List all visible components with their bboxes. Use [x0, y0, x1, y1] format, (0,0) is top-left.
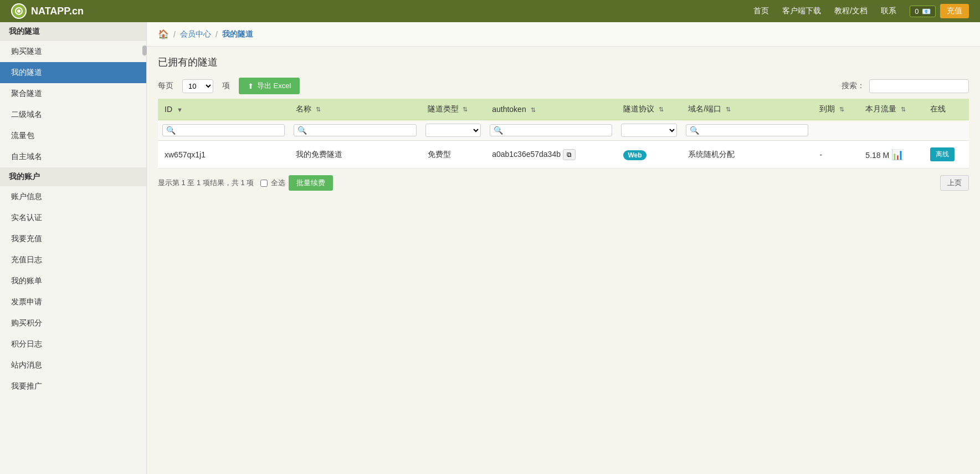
filter-id: 🔍 [158, 120, 289, 141]
filter-input-name[interactable] [307, 126, 412, 134]
table-row: xw657qx1j1 我的免费隧道 免费型 a0ab1c36e57da34b ⧉… [158, 141, 969, 169]
cell-type: 免费型 [421, 141, 486, 169]
sidebar-item-my-tunnel-label: 我的隧道 [11, 68, 42, 77]
select-all-wrap: 全选 批量续费 [260, 175, 333, 191]
breadcrumb-sep2: / [216, 30, 218, 39]
filter-input-id[interactable] [176, 126, 281, 134]
sort-icon-traffic: ⇅ [901, 106, 906, 113]
sidebar-item-points-log-label: 积分日志 [11, 339, 42, 348]
col-traffic-label: 本月流量 [865, 104, 896, 113]
breadcrumb-member-center[interactable]: 会员中心 [180, 29, 211, 39]
col-authtoken-label: authtoken [492, 105, 526, 114]
per-page-label: 每页 [158, 81, 173, 91]
sidebar-item-buy-tunnel[interactable]: 购买隧道 [0, 41, 146, 62]
col-protocol[interactable]: 隧道协议 ⇅ [617, 99, 681, 120]
col-name[interactable]: 名称 ⇅ [289, 99, 420, 120]
authtoken-value: a0ab1c36e57da34b [492, 150, 561, 159]
sidebar-item-recharge[interactable]: 我要充值 [0, 228, 146, 249]
sort-icon-expire: ⇅ [839, 106, 844, 113]
sidebar-item-custom-domain[interactable]: 自主域名 [0, 146, 146, 167]
sort-icon-authtoken: ⇅ [531, 106, 536, 113]
filter-select-type[interactable]: 免费型 [425, 124, 481, 137]
filter-input-authtoken[interactable] [503, 126, 608, 134]
sidebar-item-messages[interactable]: 站内消息 [0, 355, 146, 376]
sidebar-item-buy-tunnel-label: 购买隧道 [11, 47, 42, 55]
sidebar-item-account-info[interactable]: 账户信息 [0, 186, 146, 207]
scrollbar-marker[interactable] [142, 45, 147, 55]
col-domain-label: 域名/端口 [688, 104, 721, 113]
sidebar-item-my-bill-label: 我的账单 [11, 276, 42, 285]
balance-value: 0 [915, 7, 919, 16]
col-expire[interactable]: 到期 ⇅ [813, 99, 859, 120]
col-authtoken[interactable]: authtoken ⇅ [485, 99, 617, 120]
per-page-unit: 项 [222, 81, 230, 91]
balance-badge: 0 📧 [910, 6, 936, 17]
col-type-label: 隧道类型 [428, 104, 459, 113]
export-excel-button[interactable]: ⬆ 导出 Excel [239, 78, 300, 94]
filter-domain: 🔍 [681, 120, 813, 141]
col-id[interactable]: ID ▼ [158, 99, 289, 120]
layout: 我的隧道 购买隧道 我的隧道 聚合隧道 二级域名 流量包 自主域名 我的账户 账… [0, 22, 980, 474]
svg-point-1 [17, 9, 20, 13]
sidebar-item-traffic-pack[interactable]: 流量包 [0, 125, 146, 146]
filter-select-protocol[interactable]: Web [621, 124, 677, 137]
sidebar-item-real-name[interactable]: 实名认证 [0, 207, 146, 228]
search-input[interactable] [869, 79, 969, 93]
toolbar: 每页 10 25 50 100 项 ⬆ 导出 Excel 搜索： [147, 73, 980, 99]
sidebar-item-recharge-log-label: 充值日志 [11, 255, 42, 264]
nav-download[interactable]: 客户端下载 [782, 6, 821, 16]
traffic-value: 5.18 M [865, 151, 889, 160]
sidebar-item-points-log[interactable]: 积分日志 [0, 334, 146, 355]
sidebar-item-traffic-pack-label: 流量包 [11, 131, 34, 140]
breadcrumb-current: 我的隧道 [222, 29, 253, 39]
cell-traffic: 5.18 M 📊 [859, 141, 923, 169]
nav-docs[interactable]: 教程/文档 [834, 6, 868, 16]
sidebar-item-aggregate-tunnel[interactable]: 聚合隧道 [0, 83, 146, 104]
sidebar-item-my-bill[interactable]: 我的账单 [0, 271, 146, 292]
logo[interactable]: NATAPP.cn [11, 3, 753, 19]
home-icon[interactable]: 🏠 [158, 29, 169, 39]
prev-page-button[interactable]: 上页 [940, 175, 969, 191]
col-type[interactable]: 隧道类型 ⇅ [421, 99, 486, 120]
sidebar-item-promote-label: 我要推广 [11, 381, 42, 390]
sidebar-item-my-tunnel[interactable]: 我的隧道 [0, 62, 146, 83]
pagination-area: 显示第 1 至 1 项结果，共 1 项 全选 批量续费 上页 [147, 169, 980, 197]
cell-protocol: Web [617, 141, 681, 169]
filter-id-wrap: 🔍 [162, 124, 285, 136]
table-filter-row: 🔍 🔍 [158, 120, 969, 141]
select-all-label: 全选 [271, 178, 285, 188]
cell-domain: 系统随机分配 [681, 141, 813, 169]
pagination-info: 显示第 1 至 1 项结果，共 1 项 [158, 178, 254, 188]
col-traffic[interactable]: 本月流量 ⇅ [859, 99, 923, 120]
batch-renew-button[interactable]: 批量续费 [289, 175, 333, 191]
sidebar-item-buy-points[interactable]: 购买积分 [0, 313, 146, 334]
cell-id: xw657qx1j1 [158, 141, 289, 169]
sidebar-item-subdomain[interactable]: 二级域名 [0, 104, 146, 125]
nav-links: 首页 客户端下载 教程/文档 联系 [753, 6, 896, 16]
per-page-select[interactable]: 10 25 50 100 [182, 79, 213, 93]
col-name-label: 名称 [296, 104, 311, 113]
sort-icon-name: ⇅ [316, 106, 321, 113]
traffic-chart-icon[interactable]: 📊 [891, 149, 904, 160]
cell-authtoken: a0ab1c36e57da34b ⧉ [485, 141, 617, 169]
filter-online [923, 120, 969, 141]
recharge-button[interactable]: 充值 [940, 4, 969, 18]
breadcrumb: 🏠 / 会员中心 / 我的隧道 [147, 22, 980, 47]
sidebar-item-recharge-log[interactable]: 充值日志 [0, 249, 146, 271]
sidebar-section-my-tunnel: 我的隧道 [0, 22, 146, 41]
nav-home[interactable]: 首页 [753, 6, 769, 16]
main-content: 🏠 / 会员中心 / 我的隧道 已拥有的隧道 每页 10 25 50 100 项… [147, 22, 980, 474]
select-all-checkbox[interactable] [260, 180, 268, 187]
nav-contact[interactable]: 联系 [881, 6, 896, 16]
tunnel-action-button[interactable]: 离线 [930, 147, 955, 161]
sort-icon-type: ⇅ [463, 106, 468, 113]
sidebar-item-promote[interactable]: 我要推广 [0, 376, 146, 397]
filter-input-domain[interactable] [699, 126, 804, 134]
sort-icon-domain: ⇅ [726, 106, 731, 113]
col-domain[interactable]: 域名/端口 ⇅ [681, 99, 813, 120]
cell-online: 离线 [923, 141, 969, 169]
export-label: 导出 Excel [257, 81, 291, 91]
user-area: 0 📧 充值 [910, 4, 969, 18]
sidebar-item-invoice[interactable]: 发票申请 [0, 292, 146, 313]
copy-authtoken-button[interactable]: ⧉ [563, 149, 576, 160]
